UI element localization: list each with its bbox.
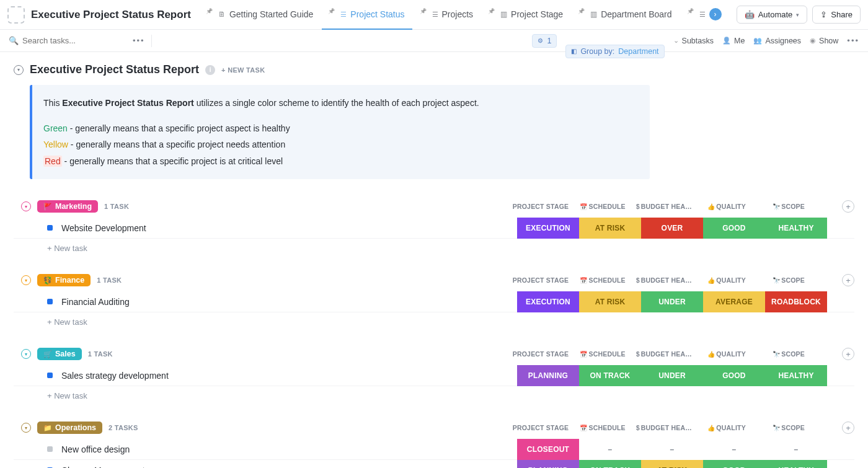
group-badge[interactable]: 💱 Finance [37,274,91,286]
task-name[interactable]: Change Management [61,466,517,468]
col-header-budget[interactable]: $BUDGET HEAL... [634,424,696,431]
me-button[interactable]: 👤 Me [722,37,745,45]
status-cell[interactable]: PLANNING [517,460,579,468]
new-task-top-button[interactable]: + NEW TASK [221,66,265,74]
filter-pill[interactable]: ⚙ 1 [532,34,557,48]
task-row[interactable]: Financial Auditing EXECUTIONAT RISKUNDER… [14,291,854,312]
task-row[interactable]: Website Development EXECUTIONAT RISKOVER… [14,218,854,239]
col-header-schedule[interactable]: 📅SCHEDULE [572,276,634,284]
status-cell-empty[interactable]: – [765,439,827,460]
status-cell[interactable]: AT RISK [579,218,641,239]
col-header-scope[interactable]: 🔭SCOPE [758,350,820,358]
col-header-scope[interactable]: 🔭SCOPE [758,203,820,210]
status-cell-empty[interactable]: – [579,439,641,460]
status-cell[interactable]: UNDER [641,365,703,386]
col-header-quality[interactable]: 👍QUALITY [696,424,758,431]
col-header-scope[interactable]: 🔭SCOPE [758,276,820,284]
status-cell[interactable]: HEALTHY [765,218,827,239]
status-cell[interactable]: ON TRACK [579,460,641,468]
status-cell[interactable]: UNDER [641,291,703,312]
task-status-bullet[interactable] [47,373,53,378]
task-name[interactable]: Sales strategy development [61,371,517,381]
task-name[interactable]: Financial Auditing [61,297,517,307]
add-column-button[interactable]: + [842,422,854,434]
col-header-quality[interactable]: 👍QUALITY [696,203,758,210]
col-header-quality[interactable]: 👍QUALITY [696,350,758,358]
task-name[interactable]: Website Development [61,223,517,233]
info-icon[interactable]: i [205,65,215,75]
status-cell[interactable]: AT RISK [579,291,641,312]
status-cell[interactable]: OVER [641,218,703,239]
col-header-schedule[interactable]: 📅SCHEDULE [572,350,634,358]
board-icon [500,10,507,19]
col-header-schedule[interactable]: 📅SCHEDULE [572,424,634,431]
col-header-schedule[interactable]: 📅SCHEDULE [572,203,634,210]
status-cells: PLANNINGON TRACKAT RISKGOODHEALTHY [517,460,827,468]
group-by-pill[interactable]: ◧ Group by: Department [565,45,664,58]
task-row[interactable]: Change Management PLANNINGON TRACKAT RIS… [14,460,854,468]
group-emoji-icon: 📁 [43,424,52,432]
space-title[interactable]: Executive Project Status Report [31,9,191,21]
collapse-group-button[interactable]: ▾ [21,275,31,285]
collapse-group-button[interactable]: ▾ [21,423,31,433]
task-name[interactable]: New office design [61,444,517,454]
status-cell[interactable]: ROADBLOCK [765,291,827,312]
add-column-button[interactable]: + [842,274,854,286]
group-emoji-icon: 💱 [43,276,52,285]
show-button[interactable]: ◉ Show [810,37,838,45]
space-logo-placeholder[interactable] [7,6,25,24]
collapse-group-button[interactable]: ▾ [21,349,31,359]
group-badge[interactable]: 🚩 Marketing [37,200,98,213]
task-status-bullet[interactable] [47,299,53,304]
tab-project-status[interactable]: Project Status [322,0,412,30]
status-cell-empty[interactable]: – [703,439,765,460]
status-cell[interactable]: EXECUTION [517,218,579,239]
status-cell-empty[interactable]: – [641,439,703,460]
doc-icon [218,10,226,19]
col-header-stage[interactable]: PROJECT STAGE [510,276,572,284]
col-header-quality[interactable]: 👍QUALITY [696,276,758,284]
task-status-bullet[interactable] [47,446,53,452]
toolbar-more-button[interactable]: ••• [847,36,859,45]
group-name: Operations [55,423,96,432]
status-cell[interactable]: AT RISK [641,460,703,468]
collapse-group-button[interactable]: ▾ [21,201,31,211]
status-cell[interactable]: HEALTHY [765,460,827,468]
task-row[interactable]: New office design CLOSEOUT–––– [14,439,854,460]
col-header-budget[interactable]: $BUDGET HEAL... [634,203,696,210]
status-cell[interactable]: PLANNING [517,365,579,386]
tab-projects[interactable]: Projects [414,0,481,30]
group-badge[interactable]: 🛒 Sales [37,348,82,360]
status-cell[interactable]: GOOD [703,365,765,386]
status-cell[interactable]: HEALTHY [765,365,827,386]
new-task-button[interactable]: + New task [14,386,854,400]
tab-label: Projects [442,9,474,19]
add-column-button[interactable]: + [842,200,854,213]
group-badge[interactable]: 📁 Operations [37,422,102,434]
status-cell[interactable]: CLOSEOUT [517,439,579,460]
col-header-scope[interactable]: 🔭SCOPE [758,424,820,431]
tab-getting-started[interactable]: Getting Started Guide [200,0,321,30]
col-header-stage[interactable]: PROJECT STAGE [510,350,572,358]
col-header-budget[interactable]: $BUDGET HEAL... [634,350,696,358]
status-cell[interactable]: AVERAGE [703,291,765,312]
status-cell[interactable]: GOOD [703,218,765,239]
search-input[interactable] [22,36,109,45]
new-task-button[interactable]: + New task [14,312,854,327]
automate-button[interactable]: 🤖 Automate ▾ [737,6,808,24]
assignees-button[interactable]: 👥 Assignees [753,37,801,45]
status-cell[interactable]: EXECUTION [517,291,579,312]
collapse-all-button[interactable]: ▾ [14,65,24,75]
share-button[interactable]: ⇪ Share [812,6,861,24]
more-options-button[interactable]: ••• [133,36,145,45]
col-header-budget[interactable]: $BUDGET HEAL... [634,276,696,284]
task-status-bullet[interactable] [47,225,53,231]
col-header-stage[interactable]: PROJECT STAGE [510,424,572,431]
task-row[interactable]: Sales strategy development PLANNINGON TR… [14,365,854,386]
status-cell[interactable]: GOOD [703,460,765,468]
new-task-button[interactable]: + New task [14,239,854,253]
add-column-button[interactable]: + [842,348,854,360]
col-header-stage[interactable]: PROJECT STAGE [510,203,572,210]
status-cell[interactable]: ON TRACK [579,365,641,386]
subtasks-button[interactable]: ⌄ Subtasks [673,37,714,45]
